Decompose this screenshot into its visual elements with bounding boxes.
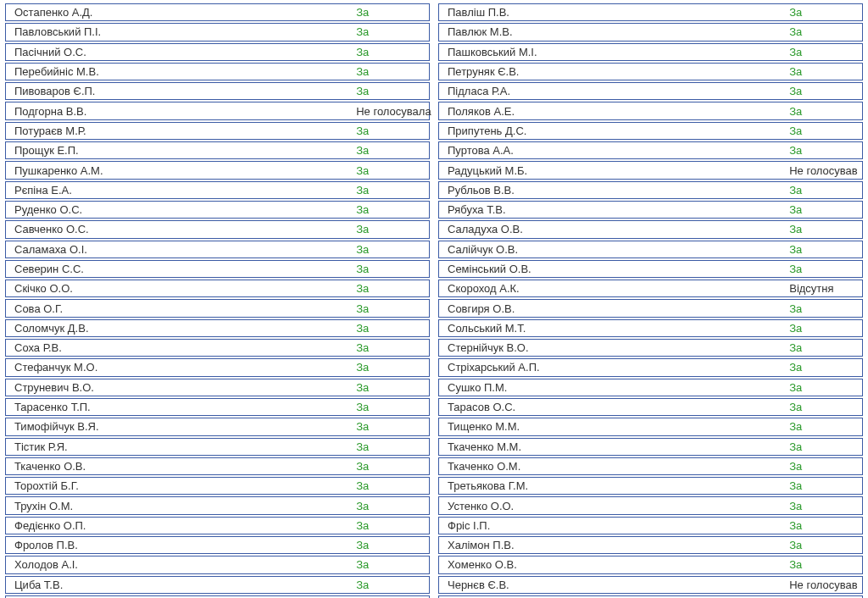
vote-value: За [786,25,862,38]
deputy-name: Стернійчук В.О. [439,341,786,354]
vote-row: Остапенко А.Д.За [5,3,430,21]
vote-value: За [786,519,862,532]
vote-value: За [786,263,862,275]
deputy-name: Петруняк Є.В. [439,65,786,78]
vote-row: Ткаченко М.М.За [438,438,863,456]
deputy-name: Третьякова Г.М. [439,479,786,492]
deputy-name: Руденко О.С. [6,203,353,216]
deputy-name: Салійчук О.В. [439,243,786,256]
vote-value: За [353,420,429,433]
deputy-name: Северин С.С. [6,263,353,275]
vote-row: Тарасенко Т.П.За [5,398,430,416]
vote-row: Пуртова А.А.За [438,141,863,159]
vote-row: Салійчук О.В.За [438,241,863,258]
vote-row: Пушкаренко А.М.За [5,161,430,179]
vote-row: Перебийніс М.В.За [5,63,430,80]
deputy-name: Пуртова А.А. [439,144,786,157]
vote-value: За [353,65,429,78]
vote-row: Циба Т.В.За [5,576,430,594]
vote-value: За [353,479,429,492]
deputy-name: Ткаченко О.В. [6,460,353,473]
vote-value: За [786,500,862,512]
vote-row: Пашковський М.І.За [438,43,863,61]
left-column: Остапенко А.Д.ЗаПавловський П.І.ЗаПасічн… [5,3,430,598]
vote-value: За [353,381,429,394]
vote-row: Фролов П.В.За [5,536,430,554]
vote-row: Тістик Р.Я.За [5,438,430,456]
deputy-name: Припутень Д.С. [439,125,786,137]
vote-value: За [353,282,429,295]
deputy-name: Рєпіна Е.А. [6,184,353,197]
vote-value: За [786,144,862,157]
vote-value: За [786,6,862,19]
vote-row: Прощук Е.П.За [5,141,430,159]
vote-value: За [786,361,862,374]
vote-row: Сова О.Г.За [5,299,430,317]
vote-row: Рябуха Т.В.За [438,201,863,219]
deputy-name: Остапенко А.Д. [6,6,353,19]
vote-value: За [786,203,862,216]
vote-value: За [786,420,862,433]
deputy-name: Соха Р.В. [6,341,353,354]
deputy-name: Халімон П.В. [439,539,786,551]
deputy-name: Устенко О.О. [439,500,786,512]
deputy-name: Стефанчук М.О. [6,361,353,374]
deputy-name: Трухін О.М. [6,500,353,512]
deputy-name: Саламаха О.І. [6,243,353,256]
vote-row: Поляков А.Е.За [438,102,863,119]
deputy-name: Ткаченко О.М. [439,460,786,473]
vote-value: За [353,25,429,38]
vote-value: За [353,500,429,512]
vote-row: Припутень Д.С.За [438,122,863,140]
deputy-name: Потураєв М.Р. [6,125,353,137]
vote-value: Відсутня [786,282,862,295]
deputy-name: Рябуха Т.В. [439,203,786,216]
vote-value: За [786,105,862,118]
vote-row: Рєпіна Е.А.За [5,181,430,199]
deputy-name: Федієнко О.П. [6,519,353,532]
vote-value: За [353,401,429,413]
deputy-name: Павліш П.В. [439,6,786,19]
vote-value: Не голосував [786,579,862,591]
deputy-name: Павлюк М.В. [439,25,786,38]
deputy-name: Чернєв Є.В. [439,579,786,591]
deputy-name: Радуцький М.Б. [439,164,786,177]
vote-row: Пасічний О.С.За [5,43,430,61]
vote-value: За [353,440,429,453]
vote-row: Халімон П.В.За [438,536,863,554]
vote-value: За [353,322,429,335]
vote-value: За [786,223,862,235]
vote-row: Трухін О.М.За [5,496,430,514]
vote-value: За [353,519,429,532]
deputy-name: Пасічний О.С. [6,46,353,58]
deputy-name: Холодов А.І. [6,558,353,571]
deputy-name: Сольський М.Т. [439,322,786,335]
vote-row: Рубльов В.В.За [438,181,863,199]
deputy-name: Тищенко М.М. [439,420,786,433]
vote-row: Холодов А.І.За [5,556,430,573]
vote-row: Ткаченко О.В.За [5,457,430,475]
deputy-name: Тарасов О.С. [439,401,786,413]
vote-value: За [786,65,862,78]
deputy-name: Тимофійчук В.Я. [6,420,353,433]
deputy-name: Совгиря О.В. [439,302,786,315]
vote-row: Радуцький М.Б.Не голосував [438,161,863,179]
vote-value: За [353,6,429,19]
vote-row: Савченко О.С.За [5,220,430,238]
vote-row: Скічко О.О.За [5,280,430,297]
deputy-name: Хоменко О.В. [439,558,786,571]
vote-row: Павліш П.В.За [438,3,863,21]
vote-value: За [786,460,862,473]
deputy-name: Перебийніс М.В. [6,65,353,78]
vote-value: За [353,46,429,58]
vote-row: Скороход А.К.Відсутня [438,280,863,297]
deputy-name: Поляков А.Е. [439,105,786,118]
vote-value: За [353,539,429,551]
vote-value: За [786,302,862,315]
vote-value: За [786,341,862,354]
vote-value: За [786,479,862,492]
vote-row: Тимофійчук В.Я.За [5,418,430,435]
deputy-name: Скороход А.К. [439,282,786,295]
deputy-name: Пашковський М.І. [439,46,786,58]
deputy-name: Семінський О.В. [439,263,786,275]
